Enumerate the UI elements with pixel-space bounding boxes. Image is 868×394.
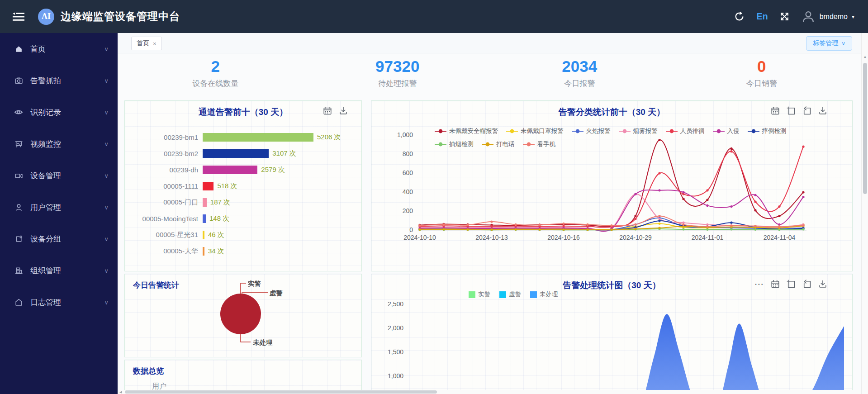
tag-management-button[interactable]: 标签管理 ∨ [806, 36, 852, 51]
bar-value: 3107 次 [272, 149, 296, 158]
bar [203, 166, 257, 174]
stat-label: 设备在线数量 [124, 78, 307, 89]
sidebar-item-label: 告警抓拍 [30, 76, 61, 86]
x-tick: 2024-10-13 [469, 234, 514, 241]
refresh-icon[interactable] [734, 11, 745, 22]
app-logo: AI [38, 9, 54, 25]
bar-value: 148 次 [209, 214, 229, 223]
sidebar-toggle-icon[interactable] [13, 12, 24, 21]
videocam-icon [14, 171, 24, 180]
main-content: 首页 × 标签管理 ∨ 2设备在线数量97320待处理报警2034今日报警0今日… [118, 33, 861, 394]
sidebar-item-device-groups[interactable]: 设备分组∨ [0, 223, 118, 255]
sidebar-item-video-monitor[interactable]: 视频监控∨ [0, 128, 118, 160]
scroll-left-icon[interactable]: ◀ [119, 390, 122, 394]
data-overview-title: 数据总览 [133, 366, 164, 376]
chevron-down-icon: ∨ [104, 109, 109, 116]
horizontal-scrollbar[interactable]: ◀ [118, 390, 861, 394]
bar-label: 00239-bm2 [130, 150, 203, 157]
bar [203, 149, 269, 158]
sidebar-item-logs[interactable]: 日志管理∨ [0, 286, 118, 318]
username: bmdemo [820, 13, 848, 21]
bar-label: 00005-大华 [130, 247, 203, 256]
tag-management-label: 标签管理 [813, 39, 838, 47]
fullscreen-icon[interactable] [780, 12, 789, 21]
x-tick: 2024-11-04 [757, 234, 802, 241]
sidebar-item-device-mgmt[interactable]: 设备管理∨ [0, 160, 118, 191]
bar-label: 00005-1111 [130, 182, 203, 190]
bar [203, 231, 204, 239]
chevron-down-icon: ∨ [104, 77, 109, 84]
sidebar-item-label: 日志管理 [30, 297, 61, 308]
bar-value: 46 次 [208, 231, 224, 239]
alarm-processing-card: 告警处理统计图（30 天） ⋯ 实警虚警未处理 2,5002,0001,5001… [371, 274, 853, 394]
stat-value: 0 [671, 57, 853, 76]
chevron-down-icon: ∨ [104, 204, 109, 211]
x-tick: 2024-10-29 [613, 234, 658, 241]
tab-home[interactable]: 首页 × [131, 37, 162, 50]
bar-label: 00005-门口 [130, 198, 203, 207]
chevron-down-icon: ∨ [104, 172, 109, 179]
caret-down-icon: ▾ [852, 14, 854, 20]
stat-label: 今日报警 [489, 78, 671, 89]
avatar [801, 9, 816, 24]
chevron-down-icon: ∨ [104, 267, 109, 274]
chevron-down-icon: ∨ [104, 46, 109, 52]
channel-alarms-toolbox [323, 106, 348, 115]
bar-value: 34 次 [208, 247, 224, 256]
bar-row: 00005-1111518 次 [130, 178, 358, 194]
bar-label: 00239-bm1 [130, 133, 203, 141]
user-icon [14, 202, 24, 212]
camera-icon [14, 76, 24, 85]
log-icon [14, 297, 24, 307]
calendar-icon[interactable] [323, 106, 332, 115]
sidebar-item-organization[interactable]: 组织管理∨ [0, 255, 118, 286]
sidebar-item-label: 用户管理 [30, 202, 61, 213]
home-icon [14, 44, 24, 54]
scroll-up-icon[interactable]: ▲ [862, 55, 868, 59]
tab-bar: 首页 × 标签管理 ∨ [118, 33, 861, 53]
bar-row: 00005-门口187 次 [130, 194, 358, 210]
channel-alarms-card: 通道告警前十（30 天） 00239-bm15206 次00239-bm2310… [124, 100, 362, 271]
download-icon[interactable] [339, 106, 348, 115]
bar-label: 00005-MooingTest [130, 215, 203, 223]
stat-设备在线数量: 2设备在线数量 [124, 57, 307, 98]
user-menu[interactable]: bmdemo ▾ [801, 9, 854, 24]
bar [203, 214, 206, 223]
bar-row: 00005-大华34 次 [130, 243, 358, 259]
line-chart [371, 101, 853, 272]
sidebar-item-user-mgmt[interactable]: 用户管理∨ [0, 191, 118, 223]
chevron-down-icon: ∨ [104, 236, 109, 242]
stat-今日销警: 0今日销警 [671, 57, 853, 98]
sidebar-item-alarm-capture[interactable]: 告警抓拍∨ [0, 65, 118, 96]
language-toggle[interactable]: En [756, 11, 768, 22]
tab-close-icon[interactable]: × [153, 40, 157, 47]
horizontal-scroll-thumb[interactable] [125, 390, 437, 394]
app-header: AI 边缘端监管设备管理中台 En bmdemo ▾ [0, 0, 868, 33]
sidebar-item-label: 视频监控 [30, 139, 61, 149]
vertical-scrollbar[interactable]: ▲ [861, 33, 868, 394]
bar-row: 00239-dh2579 次 [130, 161, 358, 178]
stat-value: 97320 [307, 57, 489, 76]
vertical-scroll-thumb[interactable] [863, 63, 867, 194]
chevron-down-icon: ∨ [104, 299, 109, 306]
bar-label: 00005-星光31 [130, 231, 203, 239]
data-overview-card: 数据总览 用户 [124, 360, 362, 394]
tab-label: 首页 [137, 39, 149, 47]
bar-row: 00005-MooingTest148 次 [130, 210, 358, 227]
pie-label: 虚警 [270, 289, 283, 298]
pie-label: 实警 [248, 280, 261, 288]
bar [203, 133, 313, 142]
bar-row: 00005-星光3146 次 [130, 227, 358, 243]
sidebar-item-label: 识别记录 [30, 107, 61, 118]
bar-value: 518 次 [217, 182, 237, 190]
bar-row: 00239-bm15206 次 [130, 129, 358, 145]
screen-icon [14, 139, 24, 149]
eye-icon [14, 107, 24, 117]
x-tick: 2024-10-16 [541, 234, 586, 241]
sidebar-item-recognition[interactable]: 识别记录∨ [0, 96, 118, 128]
app-title: 边缘端监管设备管理中台 [61, 9, 180, 24]
sidebar-item-label: 设备分组 [30, 234, 61, 244]
sidebar-item-home[interactable]: 首页∨ [0, 33, 118, 65]
group-icon [14, 234, 24, 244]
building-icon [14, 266, 24, 275]
